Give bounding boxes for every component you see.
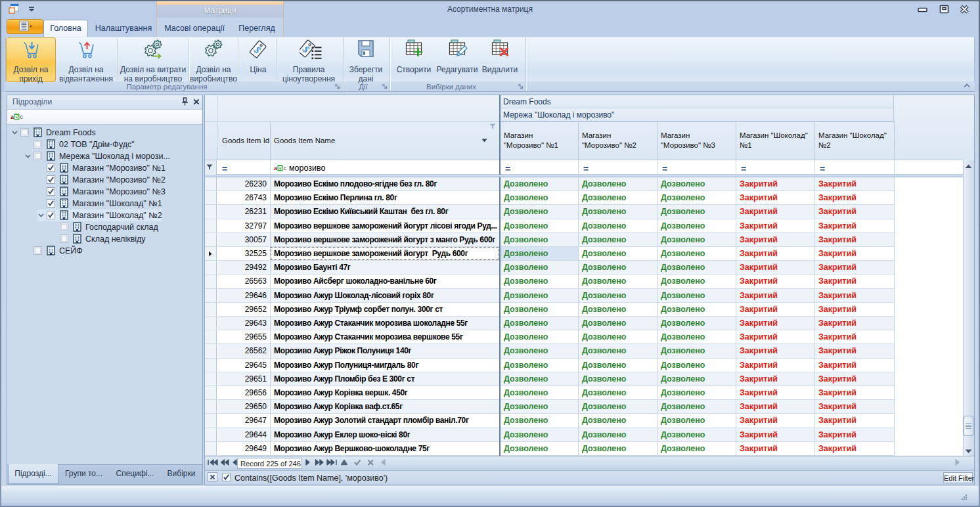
svg-text:с: с <box>284 165 287 171</box>
svg-text:а: а <box>11 114 14 120</box>
svg-text:а: а <box>274 165 278 171</box>
svg-text:с: с <box>20 114 24 120</box>
svg-text:В: В <box>278 165 282 171</box>
svg-text:В: В <box>14 114 19 120</box>
